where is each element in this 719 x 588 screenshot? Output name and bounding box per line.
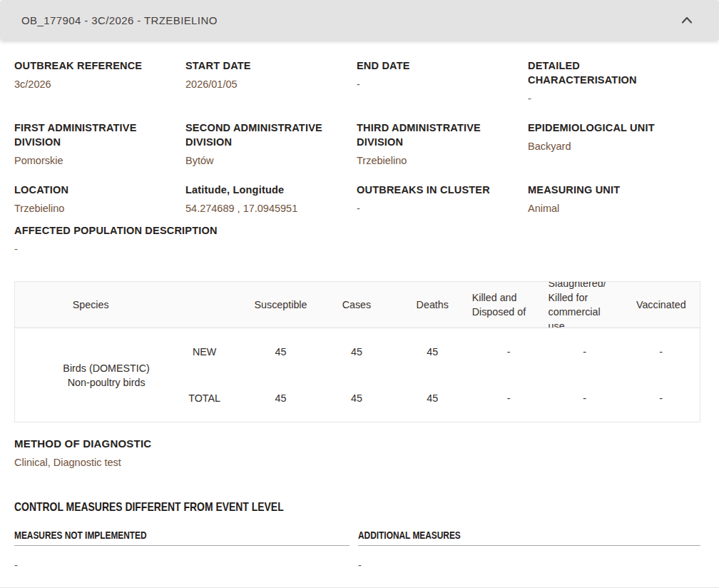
additional-measures-label: ADDITIONAL MEASURES [358, 529, 700, 546]
species-name-cell: Birds (DOMESTIC) Non-poultry birds [15, 328, 167, 422]
field-third-admin-division: THIRD ADMINISTRATIVE DIVISION Trzebielin… [357, 121, 528, 166]
deaths-value: 45 [394, 328, 471, 375]
field-measuring-unit: MEASURING UNIT Animal [528, 183, 700, 214]
measures-not-implemented-column: MEASURES NOT IMPLEMENTED - [14, 529, 350, 571]
field-label: END DATE [357, 59, 528, 73]
species-detail: Non-poultry birds [46, 375, 166, 390]
col-header-slaughtered: Slaughtered/ Killed for commercial use [547, 282, 623, 328]
field-start-date: START DATE 2026/01/05 [185, 59, 357, 90]
col-header-deaths: Deaths [394, 282, 471, 328]
outbreak-detail-panel: OUTBREAK REFERENCE 3c/2026 START DATE 20… [0, 40, 719, 571]
field-outbreak-reference: OUTBREAK REFERENCE 3c/2026 [14, 59, 185, 90]
detail-row-2: FIRST ADMINISTRATIVE DIVISION Pomorskie … [14, 121, 700, 166]
species-name: Birds (DOMESTIC) [46, 361, 166, 375]
table-row-new: Birds (DOMESTIC) Non-poultry birds NEW 4… [15, 328, 700, 375]
field-label: FIRST ADMINISTRATIVE DIVISION [14, 121, 185, 149]
detail-row-3: LOCATION Trzebielino Latitude, Longitude… [14, 183, 700, 214]
method-of-diagnostic-value: Clinical, Diagnostic test [14, 457, 700, 468]
outbreak-title: OB_177904 - 3C/2026 - TRZEBIELINO [21, 14, 218, 26]
field-label: OUTBREAKS IN CLUSTER [357, 183, 528, 197]
cases-value: 45 [319, 375, 394, 422]
slaughtered-value: - [547, 328, 623, 375]
field-label: OUTBREAK REFERENCE [14, 59, 185, 73]
slaughtered-value: - [547, 375, 623, 422]
field-value: 54.274689 , 17.0945951 [185, 203, 357, 214]
chevron-up-icon[interactable] [676, 9, 698, 31]
col-header-susceptible: Susceptible [243, 282, 319, 328]
additional-measures-value: - [358, 559, 700, 571]
control-measures-columns: MEASURES NOT IMPLEMENTED - ADDITIONAL ME… [14, 529, 700, 571]
col-header-species: Species [15, 282, 167, 328]
field-label: START DATE [185, 59, 357, 73]
field-label: Latitude, Longitude [185, 183, 357, 197]
field-value: Bytów [185, 155, 357, 166]
susceptible-value: 45 [243, 328, 319, 375]
field-label: EPIDEMIOLOGICAL UNIT [528, 121, 700, 135]
method-of-diagnostic-label: METHOD OF DIAGNOSTIC [14, 437, 700, 450]
field-value: 3c/2026 [14, 78, 185, 90]
field-value: - [357, 203, 528, 214]
killed-value: - [471, 375, 547, 422]
field-epidemiological-unit: EPIDEMIOLOGICAL UNIT Backyard [528, 121, 700, 152]
col-header-cases: Cases [319, 282, 394, 328]
field-value: Pomorskie [14, 155, 185, 166]
outbreak-accordion-header[interactable]: OB_177904 - 3C/2026 - TRZEBIELINO [0, 0, 719, 40]
field-end-date: END DATE - [357, 59, 528, 90]
field-label: SECOND ADMINISTRATIVE DIVISION [185, 121, 357, 149]
field-value: - [14, 243, 700, 255]
field-label: THIRD ADMINISTRATIVE DIVISION [357, 121, 528, 149]
field-label: MEASURING UNIT [528, 183, 700, 197]
control-measures-title: CONTROL MEASURES DIFFERENT FROM EVENT LE… [14, 500, 700, 514]
field-location: LOCATION Trzebielino [14, 183, 185, 214]
vaccinated-value: - [623, 375, 700, 422]
measures-not-implemented-value: - [14, 559, 350, 571]
field-value: Backyard [528, 141, 700, 152]
field-label: LOCATION [14, 183, 185, 197]
method-of-diagnostic-section: METHOD OF DIAGNOSTIC Clinical, Diagnosti… [14, 437, 700, 468]
susceptible-value: 45 [243, 375, 319, 422]
field-outbreaks-in-cluster: OUTBREAKS IN CLUSTER - [357, 183, 528, 214]
field-value: Trzebielino [14, 203, 185, 214]
field-value: Animal [528, 203, 700, 214]
species-table-header: Species Susceptible Cases Deaths Killed … [15, 282, 700, 328]
col-header-measure [166, 282, 243, 328]
col-header-vaccinated: Vaccinated [623, 282, 700, 328]
measures-not-implemented-label: MEASURES NOT IMPLEMENTED [14, 529, 350, 546]
field-latitude-longitude: Latitude, Longitude 54.274689 , 17.09459… [185, 183, 357, 214]
field-value: - [357, 78, 528, 90]
vaccinated-value: - [623, 328, 700, 375]
field-label: AFFECTED POPULATION DESCRIPTION [14, 223, 700, 238]
deaths-value: 45 [394, 375, 471, 422]
field-detailed-characterisation: DETAILED CHARACTERISATION - [528, 59, 700, 104]
control-measures-section: CONTROL MEASURES DIFFERENT FROM EVENT LE… [14, 500, 700, 571]
field-label: DETAILED CHARACTERISATION [528, 59, 700, 87]
measure-label: NEW [166, 328, 243, 375]
col-header-killed-disposed: Killed and Disposed of [471, 282, 547, 328]
field-affected-population-description: AFFECTED POPULATION DESCRIPTION - [14, 223, 700, 255]
field-value: 2026/01/05 [185, 78, 357, 90]
field-value: - [528, 93, 700, 104]
species-table: Species Susceptible Cases Deaths Killed … [14, 281, 700, 422]
detail-row-1: OUTBREAK REFERENCE 3c/2026 START DATE 20… [14, 59, 700, 104]
field-first-admin-division: FIRST ADMINISTRATIVE DIVISION Pomorskie [14, 121, 185, 166]
cases-value: 45 [319, 328, 394, 375]
killed-value: - [471, 328, 547, 375]
measure-label: TOTAL [166, 375, 243, 422]
field-second-admin-division: SECOND ADMINISTRATIVE DIVISION Bytów [185, 121, 357, 166]
field-value: Trzebielino [357, 155, 528, 166]
additional-measures-column: ADDITIONAL MEASURES - [358, 529, 700, 571]
